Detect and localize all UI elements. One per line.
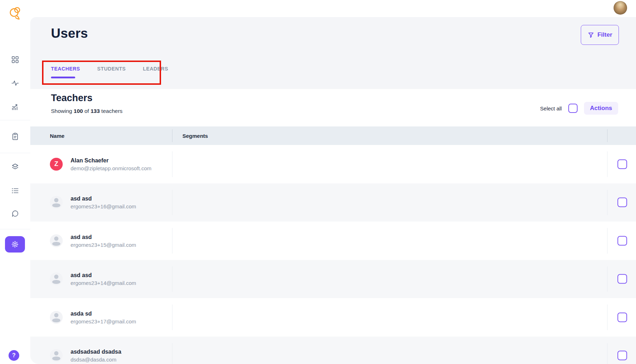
filter-label: Filter	[598, 31, 612, 38]
column-divider	[607, 129, 607, 142]
tab-leaders[interactable]: LEADERS	[143, 66, 168, 72]
chat-icon	[11, 209, 19, 218]
section-title: Teachers	[51, 93, 93, 104]
table-row: asd asd ergomes23+14@gmail.com	[30, 260, 636, 298]
list-icon	[11, 187, 19, 195]
column-divider	[607, 190, 607, 215]
help-label: ?	[12, 352, 16, 359]
clipboard-icon	[11, 132, 19, 141]
column-divider	[607, 305, 607, 330]
sidebar-divider	[0, 229, 30, 229]
column-divider	[172, 305, 172, 330]
silhouette-head	[54, 275, 58, 279]
sidebar-divider	[0, 120, 30, 120]
layers-icon	[11, 162, 19, 171]
user-avatar[interactable]	[614, 1, 627, 15]
column-divider	[607, 151, 607, 177]
header-controls: Select all Actions	[540, 102, 618, 115]
topbar	[0, 0, 636, 17]
total-count: 133	[91, 108, 100, 114]
table-row: asdsadsad dsadsa dsdsa@dasda.com	[30, 337, 636, 364]
row-user-info: Alan Schaefer demo@zipletapp.onmicrosoft…	[71, 157, 151, 171]
row-user-info: asd asd ergomes23+14@gmail.com	[71, 272, 136, 286]
sidebar: ?	[0, 0, 30, 364]
tab-teachers[interactable]: TEACHERS	[51, 66, 80, 72]
silhouette-head	[54, 198, 58, 202]
column-header-name: Name	[30, 133, 64, 139]
column-divider	[172, 343, 172, 364]
column-divider	[607, 343, 607, 364]
table-row: Z Alan Schaefer demo@zipletapp.onmicroso…	[30, 145, 636, 183]
column-divider	[172, 266, 172, 292]
silhouette-body	[52, 318, 61, 322]
sidebar-item-lists[interactable]	[0, 187, 30, 195]
sidebar-item-classes[interactable]	[0, 162, 30, 171]
tab-students[interactable]: STUDENTS	[97, 66, 126, 72]
panel-header: Teachers Showing 100 of 133 teachers Sel…	[30, 89, 636, 126]
select-all-checkbox[interactable]	[568, 104, 578, 113]
gear-icon	[11, 240, 19, 248]
row-avatar	[50, 349, 63, 362]
row-checkbox[interactable]	[617, 351, 627, 360]
tab-label: LEADERS	[143, 66, 168, 72]
table-row: asda sd ergomes23+17@gmail.com	[30, 298, 636, 337]
app-logo[interactable]	[9, 6, 21, 21]
row-email: dsdsa@dasda.com	[71, 357, 121, 363]
column-divider	[172, 151, 172, 177]
row-checkbox[interactable]	[617, 159, 627, 169]
sidebar-item-assignments[interactable]	[0, 132, 30, 141]
row-name: asd asd	[71, 272, 136, 279]
filter-button[interactable]: Filter	[581, 25, 619, 45]
active-tab-underline	[51, 77, 75, 78]
table-body: Z Alan Schaefer demo@zipletapp.onmicroso…	[30, 145, 636, 364]
column-divider	[172, 228, 172, 254]
column-divider	[607, 228, 607, 254]
column-header-segments: Segments	[182, 133, 208, 139]
row-checkbox[interactable]	[617, 274, 627, 284]
sidebar-divider	[0, 153, 30, 153]
row-avatar	[50, 272, 63, 285]
showing-suffix: teachers	[100, 108, 123, 114]
silhouette-body	[52, 203, 61, 207]
help-button[interactable]: ?	[9, 350, 19, 361]
sidebar-item-analytics[interactable]	[0, 103, 30, 111]
row-email: demo@zipletapp.onmicrosoft.com	[71, 165, 151, 171]
row-user-info: asdsadsad dsadsa dsdsa@dasda.com	[71, 349, 121, 363]
tab-label: TEACHERS	[51, 66, 80, 72]
teachers-panel: Teachers Showing 100 of 133 teachers Sel…	[30, 89, 636, 364]
sidebar-item-dashboard[interactable]	[0, 56, 30, 64]
page-title: Users	[51, 26, 88, 41]
actions-button[interactable]: Actions	[584, 102, 618, 115]
silhouette-head	[54, 351, 58, 355]
row-checkbox[interactable]	[617, 312, 627, 322]
sidebar-item-feedback[interactable]	[0, 209, 30, 218]
row-email: ergomes23+16@gmail.com	[71, 203, 136, 209]
row-checkbox[interactable]	[617, 198, 627, 207]
dashboard-icon	[11, 56, 19, 64]
row-checkbox[interactable]	[617, 236, 627, 245]
silhouette-body	[52, 242, 61, 246]
table-header: Name Segments	[30, 126, 636, 145]
showing-of: of	[83, 108, 91, 114]
shown-count: 100	[74, 108, 83, 114]
row-name: asdsadsad dsadsa	[71, 349, 121, 355]
tab-label: STUDENTS	[97, 66, 126, 72]
table-row: asd asd ergomes23+15@gmail.com	[30, 222, 636, 260]
row-name: asda sd	[71, 310, 136, 317]
select-all-label: Select all	[540, 105, 562, 111]
funnel-icon	[588, 32, 594, 38]
table-row: asd asd ergomes23+16@gmail.com	[30, 183, 636, 222]
column-divider	[172, 129, 172, 142]
row-name: asd asd	[71, 234, 136, 240]
sidebar-item-settings[interactable]	[5, 236, 25, 253]
activity-icon	[11, 79, 19, 87]
row-avatar: Z	[50, 158, 63, 171]
analytics-icon	[11, 103, 19, 111]
page: ? Users Filter TEACHERS STUDENTS LEADERS	[0, 0, 636, 364]
showing-count: Showing 100 of 133 teachers	[51, 108, 123, 114]
silhouette-body	[52, 357, 61, 360]
showing-prefix: Showing	[51, 108, 74, 114]
row-email: ergomes23+14@gmail.com	[71, 280, 136, 286]
sidebar-item-activity[interactable]	[0, 79, 30, 87]
row-user-info: asd asd ergomes23+15@gmail.com	[71, 234, 136, 248]
